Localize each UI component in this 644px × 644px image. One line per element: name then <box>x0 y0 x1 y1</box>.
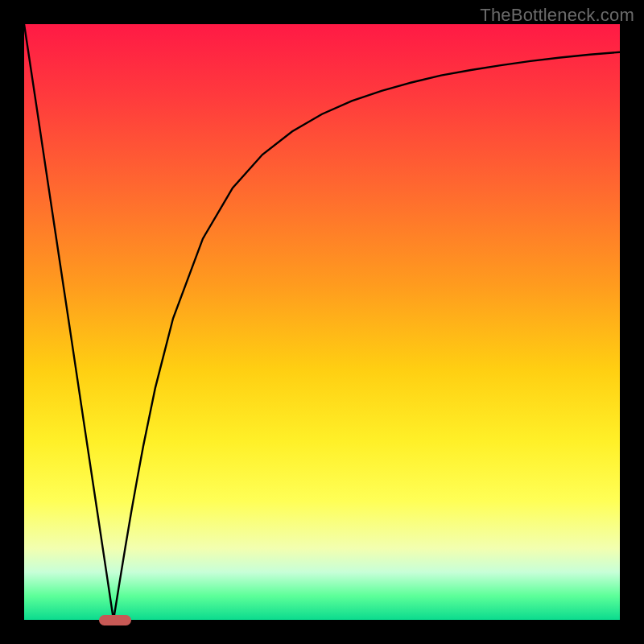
plot-area <box>24 24 620 620</box>
optimum-marker <box>99 615 132 625</box>
curve-path <box>24 24 620 620</box>
bottleneck-curve <box>24 24 620 620</box>
watermark-text: TheBottleneck.com <box>480 5 634 26</box>
chart-frame: TheBottleneck.com <box>0 0 644 644</box>
